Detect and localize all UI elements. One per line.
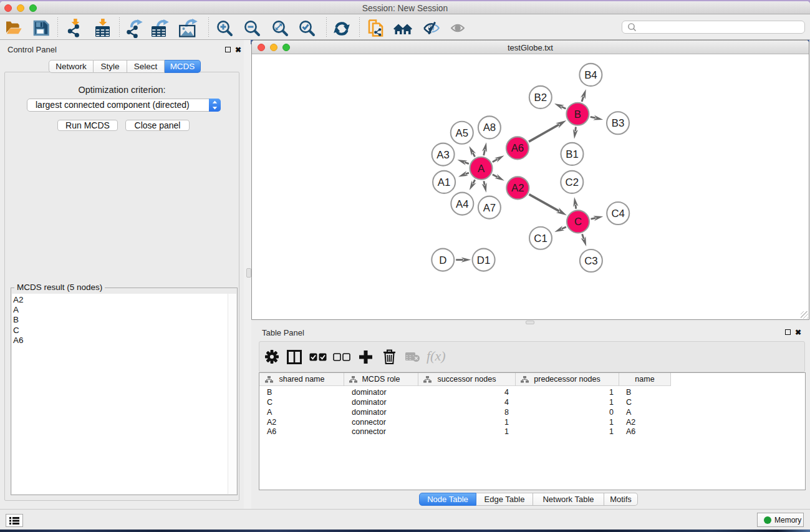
- svg-text:A3: A3: [436, 149, 450, 161]
- svg-text:C3: C3: [584, 255, 597, 267]
- svg-text:A8: A8: [483, 122, 496, 133]
- svg-text:C4: C4: [611, 208, 624, 220]
- svg-text:C2: C2: [566, 177, 579, 188]
- svg-text:C1: C1: [534, 233, 547, 244]
- svg-text:A6: A6: [511, 142, 524, 154]
- svg-text:D1: D1: [477, 254, 490, 266]
- svg-text:A: A: [478, 163, 485, 175]
- svg-text:B: B: [574, 109, 581, 120]
- svg-text:B1: B1: [566, 148, 579, 160]
- svg-text:A1: A1: [438, 177, 451, 188]
- svg-text:A5: A5: [456, 127, 469, 139]
- svg-text:A4: A4: [456, 198, 469, 210]
- svg-text:C: C: [574, 216, 582, 228]
- svg-text:A7: A7: [483, 202, 496, 214]
- svg-text:B2: B2: [534, 92, 547, 104]
- svg-text:B3: B3: [612, 117, 625, 129]
- svg-text:D: D: [439, 254, 446, 266]
- svg-text:A2: A2: [511, 182, 524, 194]
- svg-text:B4: B4: [584, 69, 597, 81]
